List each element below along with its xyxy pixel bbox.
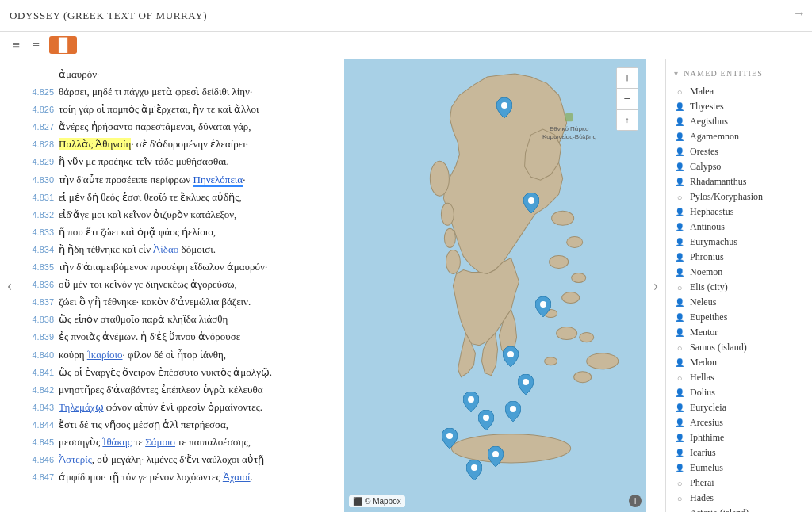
entity-name: Calypso [690, 161, 721, 173]
sidebar-item[interactable]: 👤Iphthime [666, 430, 812, 445]
text-line: 4.831εἰ μὲν δὴ θεός ἐσσι θεοῖό τε ἔκλυες… [25, 189, 344, 206]
entity-name: Elis (city) [690, 281, 728, 293]
svg-point-7 [441, 203, 454, 225]
person-icon: 👤 [674, 328, 685, 337]
entity-name: Medon [690, 357, 717, 369]
svg-point-18 [580, 333, 594, 342]
entity-name: Eurymachus [690, 236, 737, 248]
map-info-button[interactable]: i [629, 495, 642, 507]
text-line: 4.825θάρσει, μηδέ τι πάγχυ μετὰ φρεσὶ δε… [25, 83, 344, 101]
sidebar-section-title: ▾ NAMED ENTITIES [666, 66, 812, 84]
text-line: 4.835τὴν δ'ἀπαμειβόμενον προσέφη εἴδωλον… [25, 258, 344, 276]
map-controls: + − ↑ [616, 67, 638, 131]
svg-point-9 [446, 250, 460, 273]
sidebar-item[interactable]: 👤Rhadamanthus [666, 174, 812, 189]
person-icon: 👤 [674, 208, 685, 216]
text-line: 4.837ζώει ὃ γ'ἢ τέθνηκε· κακὸν δ'ἀνεμώλι… [25, 293, 344, 311]
sidebar-item[interactable]: 👤Agamemnon [666, 129, 812, 144]
sidebar-item[interactable]: 👤Medon [666, 355, 812, 370]
sidebar-item[interactable]: ○Samos (island) [666, 340, 812, 355]
header: ODYSSEY (GREEK TEXT OF MURRAY) [0, 0, 812, 32]
nav-right-arrow[interactable]: → [793, 6, 806, 21]
text-line: 4.836οὔ μέν τοι κεῖνόν γε διηνεκέως ἀγορ… [25, 276, 344, 293]
person-icon: 👤 [674, 147, 685, 156]
entity-name: Icarius [690, 447, 716, 459]
entity-name: Asteria (island) [690, 507, 749, 512]
entity-name: Pylos/Koryphasion [690, 191, 763, 203]
sidebar-item[interactable]: 👤Phronius [666, 250, 812, 265]
person-icon: 👤 [674, 268, 685, 277]
svg-point-20 [574, 372, 592, 383]
sidebar-item[interactable]: 👤Aegisthus [666, 114, 812, 129]
page-title: ODYSSEY (GREEK TEXT OF MURRAY) [10, 10, 802, 22]
zoom-in-button[interactable]: + [617, 68, 638, 89]
svg-point-8 [444, 228, 455, 247]
svg-point-6 [430, 161, 449, 196]
sidebar-item[interactable]: 👤Neleus [666, 295, 812, 310]
sidebar-item[interactable]: 👤Icarius [666, 445, 812, 460]
person-icon: 👤 [674, 388, 685, 397]
person-icon: 👤 [674, 238, 685, 246]
entity-name: Eupeithes [690, 311, 727, 323]
prev-page-button[interactable]: ‹ [0, 59, 19, 512]
sidebar-item[interactable]: ○Malea [666, 84, 812, 99]
sidebar-item[interactable]: ○Hades [666, 491, 812, 506]
entity-name: Malea [690, 86, 714, 97]
location-icon: ○ [674, 479, 685, 488]
location-icon: ○ [674, 193, 685, 202]
entity-name: Arcesius [690, 417, 723, 429]
text-panel: ἀμαυρόν·4.825θάρσει, μηδέ τι πάγχυ μετὰ … [19, 59, 344, 512]
person-icon: 👤 [674, 223, 685, 231]
sidebar-item[interactable]: 👤Arcesius [666, 415, 812, 430]
sidebar-item[interactable]: ○Elis (city) [666, 280, 812, 295]
sidebar-item[interactable]: ○Asteria (island) [666, 506, 812, 512]
compass-button[interactable]: ↑ [617, 109, 638, 130]
svg-point-14 [572, 273, 586, 282]
list-icon[interactable]: = [29, 36, 43, 54]
person-icon: 👤 [674, 403, 685, 412]
sidebar-item[interactable]: 👤Dolius [666, 385, 812, 400]
sidebar-item[interactable]: 👤Hephaestus [666, 204, 812, 220]
next-page-button[interactable]: › [646, 59, 665, 512]
menu-icon[interactable]: ≡ [10, 36, 23, 54]
sidebar-item[interactable]: 👤Calypso [666, 159, 812, 174]
svg-point-15 [562, 292, 580, 304]
svg-point-16 [545, 310, 557, 318]
person-icon: 👤 [674, 253, 685, 262]
location-icon: ○ [674, 373, 685, 383]
sidebar-item[interactable]: 👤Eurycleia [666, 400, 812, 415]
sidebar-item[interactable]: 👤Eupeithes [666, 310, 812, 325]
entity-name: Antinous [690, 221, 725, 233]
entity-name: Aegisthus [690, 116, 728, 128]
svg-point-10 [451, 434, 570, 463]
sidebar-item[interactable]: 👤Noemon [666, 265, 812, 280]
entity-name: Neleus [690, 296, 716, 308]
sidebar-item[interactable]: 👤Orestes [666, 144, 812, 159]
sidebar-item[interactable]: ○Pylos/Koryphasion [666, 189, 812, 204]
sidebar-item[interactable]: 👤Antinous [666, 220, 812, 235]
location-icon: ○ [674, 509, 685, 513]
sidebar-item[interactable]: ○Hellas [666, 370, 812, 385]
location-icon: ○ [674, 494, 685, 503]
entity-name: Dolius [690, 387, 715, 399]
sidebar-item[interactable]: 👤Eurymachus [666, 235, 812, 250]
entity-name: Hades [690, 492, 714, 504]
sidebar-item[interactable]: 👤Mentor [666, 325, 812, 340]
main-content: ‹ ἀμαυρόν·4.825θάρσει, μηδέ τι πάγχυ μετ… [0, 59, 812, 512]
person-icon: 👤 [674, 178, 685, 186]
person-icon: 👤 [674, 449, 685, 457]
person-icon: 👤 [674, 464, 685, 472]
svg-point-21 [545, 357, 557, 365]
person-icon: 👤 [674, 117, 685, 126]
entity-name: Phronius [690, 251, 724, 263]
text-line: 4.833ἤ που ἔτι ζώει καὶ ὁρᾷ φάος ἠελίοιο… [25, 224, 344, 241]
sidebar-item[interactable]: ○Pherai [666, 476, 812, 491]
sidebar-item[interactable]: 👤Eumelus [666, 460, 812, 476]
zoom-out-button[interactable]: − [617, 89, 638, 109]
entity-name: Hellas [690, 372, 714, 384]
entity-name: Noemon [690, 266, 722, 278]
svg-point-12 [567, 236, 583, 247]
split-view-icon[interactable]: ▐▌ [49, 36, 77, 54]
sidebar-item[interactable]: 👤Thyestes [666, 99, 812, 114]
svg-rect-25 [565, 113, 573, 121]
